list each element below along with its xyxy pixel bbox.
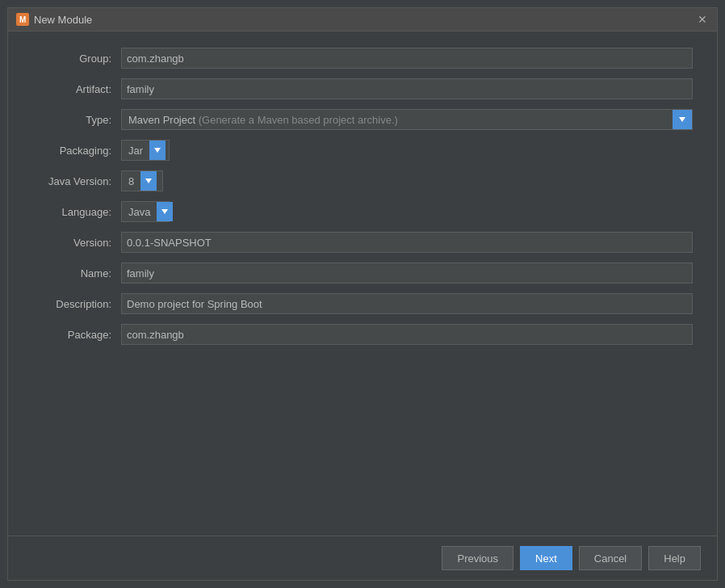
type-name: Maven Project xyxy=(128,114,195,126)
language-row: Language: Java xyxy=(32,201,693,222)
chevron-down-icon xyxy=(145,178,152,183)
version-label: Version: xyxy=(32,237,121,249)
group-row: Group: xyxy=(32,48,693,69)
packaging-label: Packaging: xyxy=(32,145,121,157)
artifact-input[interactable] xyxy=(121,78,693,99)
new-module-dialog: M New Module ✕ Group: Artifact: Type: xyxy=(7,7,718,581)
dialog-icon: M xyxy=(16,13,29,26)
java-version-row: Java Version: 8 xyxy=(32,170,693,191)
java-version-dropdown-btn[interactable] xyxy=(140,171,157,191)
close-button[interactable]: ✕ xyxy=(696,13,709,26)
help-button[interactable]: Help xyxy=(648,546,701,570)
name-label: Name: xyxy=(32,267,121,279)
type-dropdown-btn[interactable] xyxy=(673,110,692,129)
packaging-value: Jar xyxy=(122,141,149,160)
packaging-dropdown-btn[interactable] xyxy=(149,141,166,160)
previous-button[interactable]: Previous xyxy=(442,546,513,570)
packaging-select[interactable]: Jar xyxy=(121,140,170,161)
artifact-row: Artifact: xyxy=(32,78,693,99)
name-input[interactable] xyxy=(121,262,693,284)
artifact-label: Artifact: xyxy=(32,83,121,95)
title-bar: M New Module ✕ xyxy=(8,8,717,32)
package-label: Package: xyxy=(32,329,121,341)
description-control xyxy=(121,293,693,314)
dialog-content: Group: Artifact: Type: Maven Project (Ge… xyxy=(8,32,717,536)
type-select-text: Maven Project (Generate a Maven based pr… xyxy=(122,111,673,129)
package-row: Package: xyxy=(32,324,693,345)
packaging-control: Jar xyxy=(121,140,693,161)
version-row: Version: xyxy=(32,232,693,253)
java-version-value: 8 xyxy=(122,172,140,191)
svg-text:M: M xyxy=(19,15,26,24)
chevron-down-icon xyxy=(154,148,161,153)
language-select[interactable]: Java xyxy=(121,201,170,222)
version-input[interactable] xyxy=(121,232,693,253)
artifact-control xyxy=(121,78,693,99)
chevron-down-icon xyxy=(679,117,685,122)
group-input[interactable] xyxy=(121,48,693,69)
package-control xyxy=(121,324,693,345)
type-control: Maven Project (Generate a Maven based pr… xyxy=(121,109,693,130)
description-label: Description: xyxy=(32,298,121,310)
description-input[interactable] xyxy=(121,293,693,314)
cancel-button[interactable]: Cancel xyxy=(579,546,642,570)
version-control xyxy=(121,232,693,253)
dialog-footer: Previous Next Cancel Help xyxy=(8,536,717,580)
next-button[interactable]: Next xyxy=(520,546,572,570)
language-label: Language: xyxy=(32,206,121,218)
name-control xyxy=(121,262,693,284)
type-label: Type: xyxy=(32,114,121,126)
type-desc: (Generate a Maven based project archive.… xyxy=(195,114,398,126)
group-control xyxy=(121,48,693,69)
package-input[interactable] xyxy=(121,324,693,345)
type-select[interactable]: Maven Project (Generate a Maven based pr… xyxy=(121,109,693,130)
java-version-select[interactable]: 8 xyxy=(121,170,163,191)
chevron-down-icon xyxy=(161,209,168,214)
language-control: Java xyxy=(121,201,693,222)
description-row: Description: xyxy=(32,293,693,314)
group-label: Group: xyxy=(32,52,121,65)
language-value: Java xyxy=(122,203,157,221)
dialog-title: New Module xyxy=(34,14,92,26)
language-dropdown-btn[interactable] xyxy=(157,202,173,221)
type-row: Type: Maven Project (Generate a Maven ba… xyxy=(32,109,693,130)
java-version-control: 8 xyxy=(121,170,693,191)
java-version-label: Java Version: xyxy=(32,175,121,187)
name-row: Name: xyxy=(32,262,693,284)
title-bar-left: M New Module xyxy=(16,13,92,26)
packaging-row: Packaging: Jar xyxy=(32,140,693,161)
